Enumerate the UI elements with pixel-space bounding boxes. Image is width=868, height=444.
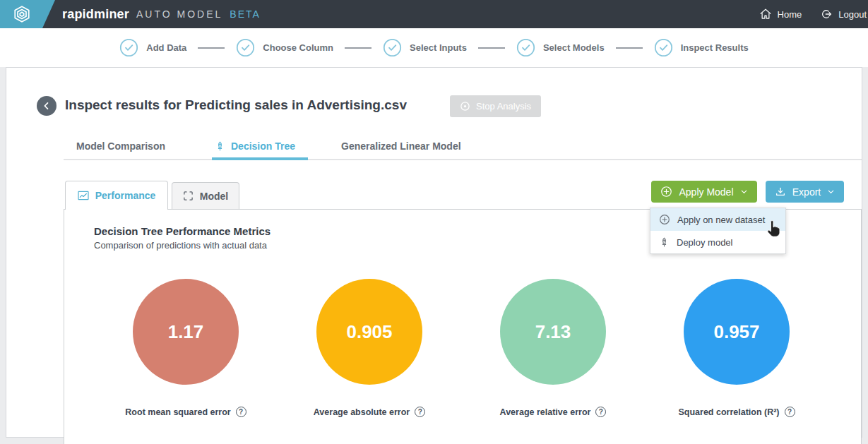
download-icon (775, 186, 786, 198)
step-inspect-results[interactable]: Inspect Results (654, 38, 749, 57)
metric-avg-relative-error: 7.13 Average relative error ? (461, 279, 645, 417)
metric-circle: 0.905 (316, 279, 422, 385)
step-connector (198, 47, 225, 49)
tab-performance[interactable]: Performance (65, 181, 168, 210)
chart-line-icon (78, 191, 89, 200)
menu-item-deploy-model[interactable]: Deploy model (650, 231, 785, 253)
menu-item-label: Deploy model (677, 237, 733, 248)
step-choose-column[interactable]: Choose Column (236, 38, 333, 57)
rapidminer-logo-icon (13, 5, 31, 23)
brand-name: rapidminer (62, 7, 129, 22)
apply-model-label: Apply Model (679, 186, 733, 198)
metric-avg-absolute-error: 0.905 Average absolute error ? (278, 279, 461, 417)
metric-label-text: Average absolute error (314, 407, 410, 417)
metric-value: 7.13 (535, 321, 571, 343)
wizard-steps: Add Data Choose Column Select Inputs Sel… (0, 28, 868, 67)
rocket-icon (215, 140, 225, 152)
step-check-icon (383, 38, 402, 57)
home-icon (759, 8, 772, 20)
chevron-down-icon (740, 188, 748, 196)
rocket-icon (659, 236, 670, 248)
metric-label: Average absolute error ? (278, 407, 461, 417)
metric-label-text: Average relative error (500, 407, 591, 417)
apply-model-menu: Apply on new dataset Deploy model (650, 208, 786, 254)
metric-value: 0.957 (713, 321, 759, 343)
metric-label: Root mean squared error ? (94, 407, 278, 417)
step-select-inputs[interactable]: Select Inputs (383, 38, 467, 57)
tab-label: Model Comparison (76, 140, 165, 152)
metric-squared-correlation: 0.957 Squared correlation (R²) ? (645, 279, 828, 417)
step-label: Add Data (146, 42, 186, 53)
metric-label-text: Root mean squared error (125, 407, 230, 417)
metric-label-text: Squared correlation (R²) (678, 407, 779, 417)
step-select-models[interactable]: Select Models (516, 38, 605, 57)
home-link[interactable]: Home (759, 8, 802, 20)
brand-line: rapidminer AUTO MODEL BETA (62, 0, 261, 28)
step-add-data[interactable]: Add Data (119, 38, 186, 57)
menu-item-label: Apply on new dataset (677, 215, 765, 225)
page-title: Inspect results for Predicting sales in … (65, 97, 407, 113)
step-check-icon (516, 38, 535, 57)
tab-label: Generalized Linear Model (341, 140, 461, 152)
topnav: Home Logout (759, 0, 868, 28)
step-label: Select Models (543, 42, 605, 53)
active-tab-underline (212, 157, 308, 160)
product-name: AUTO MODEL (136, 8, 222, 20)
logout-label: Logout (838, 9, 867, 20)
export-label: Export (792, 186, 821, 198)
model-tabs-divider (64, 159, 862, 160)
step-label: Choose Column (263, 42, 333, 53)
apply-model-button[interactable]: Apply Model (651, 181, 757, 203)
stop-analysis-button[interactable]: Stop Analysis (450, 95, 541, 117)
help-icon[interactable]: ? (236, 407, 246, 417)
back-chevron-icon (42, 101, 52, 111)
model-brackets-icon (183, 191, 194, 201)
export-button[interactable]: Export (766, 181, 844, 203)
metric-circle: 7.13 (500, 279, 606, 385)
metrics-title: Decision Tree Performance Metrics (94, 225, 270, 237)
logout-link[interactable]: Logout (820, 8, 867, 20)
metric-label: Squared correlation (R²) ? (645, 407, 828, 417)
tab-generalized-linear-model[interactable]: Generalized Linear Model (341, 140, 461, 152)
tab-decision-tree[interactable]: Decision Tree (215, 140, 295, 152)
view-tab-label: Performance (95, 190, 156, 201)
plus-circle-icon (660, 186, 672, 198)
plus-circle-icon (659, 214, 670, 225)
metric-value: 1.17 (168, 321, 204, 343)
stop-analysis-icon (460, 101, 470, 112)
metric-circle: 0.957 (684, 279, 790, 385)
help-icon[interactable]: ? (415, 407, 425, 417)
metrics-header: Decision Tree Performance Metrics Compar… (94, 225, 270, 251)
metric-value: 0.905 (346, 321, 392, 343)
back-button[interactable] (37, 96, 57, 116)
chevron-down-icon (827, 188, 835, 196)
tab-model-comparison[interactable]: Model Comparison (76, 140, 165, 152)
metric-rmse: 1.17 Root mean squared error ? (94, 279, 278, 417)
step-connector (345, 47, 371, 49)
stop-analysis-label: Stop Analysis (476, 101, 531, 112)
metrics-subtitle: Comparison of predictions with actual da… (94, 240, 270, 251)
topbar: rapidminer AUTO MODEL BETA Home Logout (0, 0, 868, 28)
help-icon[interactable]: ? (595, 407, 606, 417)
beta-badge: BETA (230, 8, 261, 20)
step-label: Inspect Results (681, 42, 749, 53)
metric-circle: 1.17 (133, 279, 239, 385)
step-check-icon (236, 38, 255, 57)
rapidminer-logo (0, 0, 57, 28)
tab-model[interactable]: Model (172, 182, 239, 209)
step-check-icon (119, 38, 138, 57)
metric-label: Average relative error ? (461, 407, 645, 417)
step-check-icon (654, 38, 673, 57)
step-connector (616, 47, 643, 49)
home-label: Home (778, 9, 802, 20)
help-icon[interactable]: ? (785, 407, 795, 417)
step-label: Select Inputs (410, 42, 467, 53)
tab-label: Decision Tree (231, 140, 295, 152)
view-tab-label: Model (200, 191, 228, 202)
menu-item-apply-on-new-dataset[interactable]: Apply on new dataset (650, 208, 785, 231)
step-connector (478, 47, 505, 49)
logout-icon (820, 8, 833, 20)
